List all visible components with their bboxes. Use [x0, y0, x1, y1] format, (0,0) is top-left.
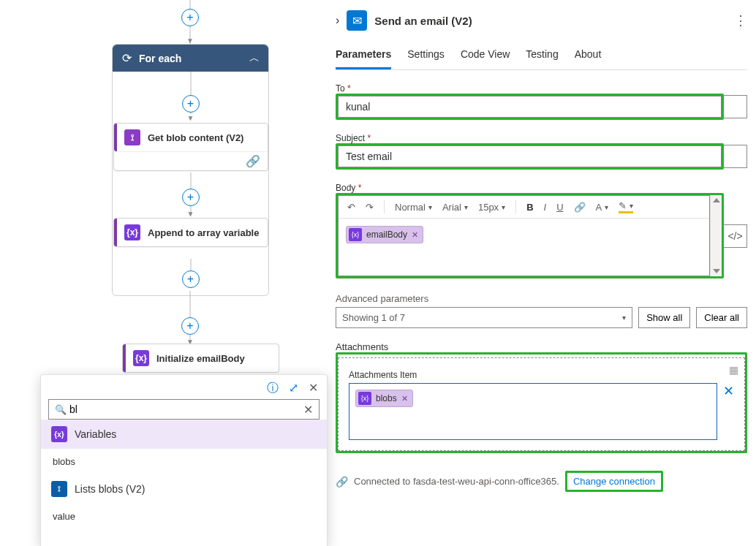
tab-about[interactable]: About — [575, 44, 602, 69]
add-action-inner-1[interactable]: + — [182, 95, 200, 113]
subject-label: Subject — [336, 133, 365, 143]
flyout-group-variables-label: Variables — [75, 428, 116, 440]
body-token-remove[interactable]: ✕ — [412, 230, 418, 240]
outlook-icon: ✉ — [347, 10, 367, 31]
change-connection-link[interactable]: Change connection — [573, 476, 655, 487]
get-blob-content-title: Get blob content (V2) — [148, 132, 243, 143]
required-marker: * — [367, 133, 371, 143]
token-fx-icon: {x} — [358, 392, 371, 405]
clear-search-icon[interactable]: ✕ — [303, 403, 313, 417]
advanced-params-label: Advanced parameters — [336, 293, 747, 304]
storage-badge-icon: ⟟ — [51, 481, 67, 497]
variable-icon: {x} — [124, 224, 140, 240]
variable-badge-icon: {x} — [51, 426, 67, 442]
to-input[interactable]: kunal — [338, 96, 722, 118]
italic-button[interactable]: I — [544, 202, 547, 213]
foreach-title: For each — [139, 53, 242, 64]
add-action-after-foreach[interactable]: + — [181, 317, 199, 335]
panel-menu-icon[interactable]: ⋮ — [734, 12, 747, 29]
advanced-params-select-text: Showing 1 of 7 — [342, 312, 405, 323]
connected-to-text: Connected to fasda-test-weu-api-conn-off… — [354, 476, 559, 487]
init-emailbody-title: Initialize emailBody — [156, 353, 245, 364]
attachments-highlight-frame: ▦ Attachments Item {x} blobs ✕ ✕ — [336, 352, 747, 453]
body-scrollbar[interactable] — [710, 195, 722, 276]
append-array-card[interactable]: {x} Append to array variable — [113, 218, 268, 247]
attachments-item-label: Attachments Item — [349, 370, 734, 380]
attachments-label: Attachments — [336, 341, 747, 352]
to-highlight-frame: kunal — [336, 94, 724, 120]
grid-icon[interactable]: ▦ — [729, 364, 738, 376]
attachments-token-label: blobs — [376, 393, 397, 403]
flyout-group-listblobs-label: Lists blobs (V2) — [75, 483, 145, 495]
required-marker: * — [347, 83, 351, 94]
undo-button[interactable]: ↶ — [347, 202, 355, 213]
search-icon: 🔍 — [55, 404, 67, 415]
tab-parameters[interactable]: Parameters — [336, 44, 391, 69]
clearall-button[interactable]: Clear all — [696, 307, 747, 328]
foreach-header[interactable]: ⟳ For each ︿ — [113, 45, 268, 72]
subject-input[interactable]: Test email — [338, 145, 722, 167]
required-marker: * — [358, 183, 362, 193]
attachments-token-remove[interactable]: ✕ — [401, 394, 408, 403]
attachments-item-remove[interactable]: ✕ — [723, 383, 734, 440]
redo-button[interactable]: ↷ — [366, 202, 374, 213]
to-label: To — [336, 83, 345, 94]
showall-button[interactable]: Show all — [638, 307, 690, 328]
body-token-label: emailBody — [366, 230, 407, 240]
bold-button[interactable]: B — [526, 202, 533, 213]
body-label: Body — [336, 183, 355, 193]
tab-testing[interactable]: Testing — [526, 44, 558, 69]
paragraph-style-dropdown[interactable]: Normal▾ — [395, 202, 432, 213]
body-token-emailbody[interactable]: {x} emailBody ✕ — [346, 226, 423, 243]
body-codeview-button[interactable]: </> — [724, 224, 747, 248]
to-options-button[interactable] — [724, 95, 747, 118]
close-icon[interactable]: ✕ — [309, 381, 318, 396]
add-action-inner-3[interactable]: + — [182, 270, 200, 288]
foreach-container[interactable]: ⟳ For each ︿ + ▼ ⟟ Get blob content (V2)… — [112, 44, 269, 296]
dynamic-content-flyout: ⓘ ⤢ ✕ 🔍 ✕ {x} Variables blobs ⟟ Lists bl… — [40, 374, 328, 546]
blob-icon: ⟟ — [124, 129, 140, 145]
chevron-right-icon[interactable]: › — [336, 14, 339, 27]
attachments-item-input[interactable]: {x} blobs ✕ — [349, 383, 717, 440]
attachments-zone: ▦ Attachments Item {x} blobs ✕ ✕ — [338, 357, 745, 451]
attachments-token-blobs[interactable]: {x} blobs ✕ — [355, 390, 413, 407]
init-emailbody-card[interactable]: {x} Initialize emailBody — [122, 344, 279, 373]
subject-options-button[interactable] — [724, 145, 747, 168]
flow-arrow-down: ▼ — [187, 210, 194, 218]
highlight-button[interactable]: ✎▾ — [619, 200, 633, 213]
variable-icon: {x} — [133, 350, 149, 366]
flyout-item-value[interactable]: value — [41, 504, 327, 529]
panel-tabs: Parameters Settings Code View Testing Ab… — [336, 44, 747, 70]
body-highlight-frame: ↶ ↷ Normal▾ Arial▾ 15px▾ B I U 🔗 A▾ — [336, 193, 724, 278]
tab-codeview[interactable]: Code View — [461, 44, 510, 69]
panel-title: Send an email (V2) — [374, 15, 472, 27]
underline-button[interactable]: U — [556, 202, 563, 213]
loop-icon: ⟳ — [121, 51, 132, 65]
flyout-item-blobs[interactable]: blobs — [41, 449, 327, 474]
chevron-up-icon[interactable]: ︿ — [249, 52, 260, 65]
info-icon[interactable]: ⓘ — [267, 381, 279, 396]
link-button[interactable]: 🔗 — [574, 202, 586, 213]
add-action-inner-2[interactable]: + — [182, 189, 200, 206]
token-fx-icon: {x} — [349, 228, 362, 241]
textcolor-button[interactable]: A▾ — [596, 202, 609, 213]
get-blob-content-card[interactable]: ⟟ Get blob content (V2) 🔗 — [113, 123, 268, 171]
flyout-group-variables[interactable]: {x} Variables — [41, 420, 327, 449]
append-array-title: Append to array variable — [148, 227, 259, 238]
flyout-group-listblobs[interactable]: ⟟ Lists blobs (V2) — [41, 474, 327, 504]
expand-icon[interactable]: ⤢ — [289, 381, 298, 396]
flyout-search-input[interactable] — [67, 402, 303, 417]
font-dropdown[interactable]: Arial▾ — [442, 202, 468, 213]
flyout-search-box[interactable]: 🔍 ✕ — [48, 399, 320, 420]
advanced-params-select[interactable]: Showing 1 of 7 ▾ — [336, 307, 632, 328]
subject-highlight-frame: Test email — [336, 143, 724, 170]
connection-icon: 🔗 — [336, 476, 348, 488]
fontsize-dropdown[interactable]: 15px▾ — [478, 202, 505, 213]
flow-arrow-down: ▼ — [187, 114, 194, 122]
change-connection-highlight: Change connection — [565, 471, 663, 492]
tab-settings[interactable]: Settings — [407, 44, 445, 69]
body-editor[interactable]: {x} emailBody ✕ — [339, 219, 709, 276]
add-action-before[interactable]: + — [181, 9, 199, 26]
link-icon: 🔗 — [246, 154, 260, 168]
body-toolbar: ↶ ↷ Normal▾ Arial▾ 15px▾ B I U 🔗 A▾ — [339, 196, 709, 219]
